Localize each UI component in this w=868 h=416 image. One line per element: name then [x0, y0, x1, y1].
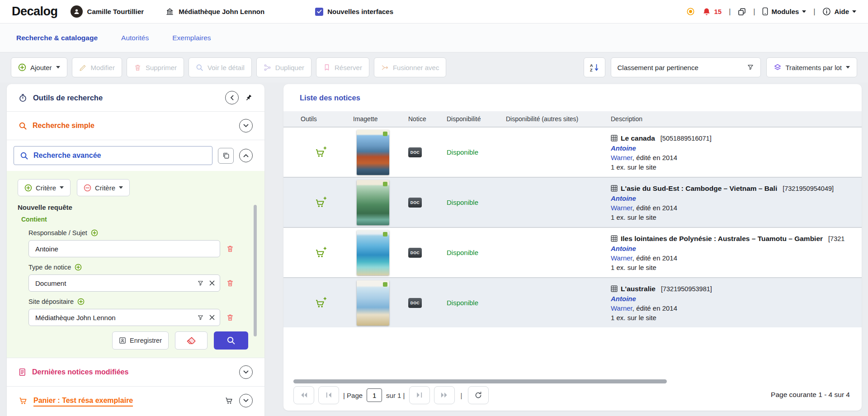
svg-text:Z: Z	[590, 68, 593, 72]
run-search-button[interactable]	[214, 331, 248, 350]
add-to-cart-icon[interactable]	[315, 147, 327, 158]
batch-processing-button[interactable]: Traitements par lot	[766, 57, 858, 77]
horizontal-scrollbar[interactable]	[293, 379, 667, 383]
basket-section[interactable]: Panier : Test résa exemplaire	[7, 387, 264, 415]
advanced-search-header[interactable]: Recherche avancée	[14, 146, 212, 165]
site-selector[interactable]: Médiathèque John Lennon	[165, 7, 264, 16]
trash-icon[interactable]	[226, 313, 234, 321]
topbar: Decalog Camille Tourtillier Médiathèque …	[0, 0, 868, 24]
chevron-down-icon[interactable]	[239, 365, 253, 379]
refresh-button[interactable]	[468, 386, 489, 404]
clear-icon[interactable]	[209, 315, 215, 320]
notifications-button[interactable]: 15	[702, 7, 722, 16]
type-de-notice-input[interactable]	[28, 274, 220, 292]
tab-autorites[interactable]: Autorités	[109, 24, 160, 52]
plus-circle-icon[interactable]	[77, 298, 85, 305]
new-interfaces-toggle[interactable]: Nouvelles interfaces	[315, 8, 393, 16]
previous-page-button[interactable]	[318, 386, 339, 404]
record-author[interactable]: Antoine	[611, 144, 636, 152]
record-barcode: [7321950954049]	[783, 185, 834, 192]
windows-icon[interactable]	[738, 8, 746, 16]
collapse-panel-button[interactable]	[225, 91, 239, 104]
record-title[interactable]: Le canada	[621, 134, 655, 142]
record-title[interactable]: Iles lointaines de Polynésie : Australes…	[621, 235, 823, 242]
topbar-separator: |	[753, 8, 755, 16]
remove-criterion-label: Critère	[95, 184, 115, 192]
funnel-icon[interactable]	[197, 280, 204, 287]
view-detail-button[interactable]: Voir le détail	[189, 57, 252, 77]
record-publisher[interactable]: Warner	[611, 304, 632, 312]
save-search-button[interactable]: Enregistrer	[112, 331, 169, 350]
cover-thumbnail[interactable]	[357, 130, 389, 175]
app-logo[interactable]: Decalog	[12, 5, 58, 19]
funnel-icon[interactable]	[197, 314, 204, 321]
add-to-cart-icon[interactable]	[315, 247, 327, 258]
duplicate-button[interactable]: Dupliquer	[256, 57, 311, 77]
modules-menu[interactable]: Modules	[762, 7, 806, 16]
column-notice: Notice	[408, 115, 447, 123]
chevron-up-icon[interactable]	[239, 149, 253, 162]
record-author[interactable]: Antoine	[611, 295, 636, 303]
duplicate-search-icon[interactable]	[218, 148, 234, 164]
chevron-down-icon[interactable]	[239, 394, 253, 407]
clear-form-button[interactable]	[175, 331, 208, 350]
add-to-cart-icon[interactable]	[315, 297, 327, 308]
sidebar-scrollbar[interactable]	[254, 205, 257, 336]
trash-icon[interactable]	[226, 279, 234, 287]
record-grid-icon	[611, 185, 618, 192]
record-author[interactable]: Antoine	[611, 194, 636, 202]
site-depositaire-input[interactable]	[28, 309, 220, 326]
record-publisher[interactable]: Warner	[611, 204, 632, 212]
table-row[interactable]: DOC Disponible L'asie du Sud-Est : Cambo…	[283, 177, 862, 227]
first-page-button[interactable]	[293, 386, 314, 404]
cover-thumbnail[interactable]	[357, 230, 389, 275]
remove-criterion-button[interactable]: Critère	[77, 179, 130, 196]
cart-icon[interactable]	[225, 396, 234, 405]
table-row[interactable]: DOC Disponible Le canada[5051889516071] …	[283, 127, 862, 177]
trash-icon[interactable]	[226, 245, 234, 253]
record-title[interactable]: L'australie	[621, 285, 656, 293]
responsable-sujet-input[interactable]	[28, 240, 220, 257]
pin-icon[interactable]	[245, 94, 253, 102]
add-criterion-button[interactable]: Critère	[18, 179, 71, 196]
sort-mode-select[interactable]: Classement par pertinence	[611, 57, 761, 77]
chevron-down-icon[interactable]	[239, 119, 253, 132]
table-row[interactable]: DOC Disponible Iles lointaines de Polyné…	[283, 227, 862, 277]
record-publisher[interactable]: Warner	[611, 254, 632, 262]
column-description: Description	[611, 115, 862, 123]
bookmark-icon	[323, 64, 330, 71]
chevron-down-icon	[852, 10, 856, 13]
record-edition: , édité en 2014	[632, 154, 677, 161]
cover-thumbnail[interactable]	[357, 280, 389, 326]
tab-recherche-catalogage[interactable]: Recherche & catalogage	[5, 24, 109, 52]
doc-type-badge: DOC	[408, 248, 422, 258]
help-menu[interactable]: Aide	[822, 7, 856, 16]
next-page-button[interactable]	[409, 386, 430, 404]
record-publisher[interactable]: Warner	[611, 154, 632, 161]
record-author[interactable]: Antoine	[611, 245, 636, 252]
clear-icon[interactable]	[209, 280, 215, 286]
record-title[interactable]: L'asie du Sud-Est : Cambodge – Vietnam –…	[621, 184, 777, 192]
simple-search-section[interactable]: Recherche simple	[7, 112, 264, 140]
page-prefix-label: | Page	[343, 392, 363, 399]
sort-order-button[interactable]: AZ	[584, 57, 605, 77]
add-button[interactable]: Ajouter	[11, 57, 67, 77]
caret-down-icon	[60, 186, 64, 189]
plus-circle-icon[interactable]	[75, 264, 82, 271]
modify-button[interactable]: Modifier	[72, 57, 122, 77]
checkbox-checked-icon[interactable]	[315, 8, 323, 16]
table-row[interactable]: DOC Disponible L'australie[7321950953981…	[283, 277, 862, 327]
tab-exemplaires[interactable]: Exemplaires	[160, 24, 222, 52]
delete-button[interactable]: Supprimer	[127, 57, 184, 77]
merge-button[interactable]: Fusionner avec	[374, 57, 447, 77]
plus-circle-icon[interactable]	[91, 229, 98, 236]
cover-thumbnail[interactable]	[357, 180, 389, 225]
doc-type-badge: DOC	[408, 298, 422, 308]
reserve-button[interactable]: Réserver	[316, 57, 369, 77]
add-to-cart-icon[interactable]	[315, 197, 327, 208]
last-page-button[interactable]	[434, 386, 455, 404]
recent-records-section[interactable]: Dernières notices modifiées	[7, 358, 264, 386]
page-number-input[interactable]	[367, 388, 382, 402]
user-menu[interactable]: Camille Tourtillier	[71, 5, 144, 18]
beacon-icon[interactable]	[686, 7, 695, 16]
